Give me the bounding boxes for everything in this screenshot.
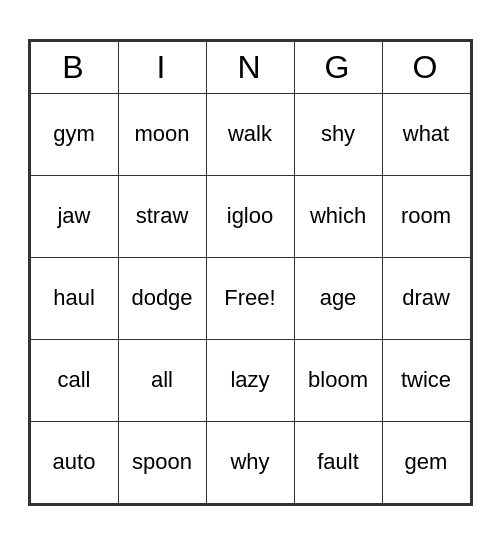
header-g: G [294, 41, 382, 93]
table-cell: shy [294, 93, 382, 175]
table-row: callalllazybloomtwice [30, 339, 470, 421]
table-cell: dodge [118, 257, 206, 339]
table-cell: why [206, 421, 294, 503]
bingo-table: B I N G O gymmoonwalkshywhatjawstrawiglo… [30, 41, 471, 504]
table-row: hauldodgeFree!agedraw [30, 257, 470, 339]
table-cell: fault [294, 421, 382, 503]
header-b: B [30, 41, 118, 93]
table-cell: twice [382, 339, 470, 421]
table-cell: bloom [294, 339, 382, 421]
table-cell: lazy [206, 339, 294, 421]
table-cell: spoon [118, 421, 206, 503]
table-row: autospoonwhyfaultgem [30, 421, 470, 503]
table-cell: straw [118, 175, 206, 257]
table-cell: call [30, 339, 118, 421]
table-cell: moon [118, 93, 206, 175]
table-cell: gym [30, 93, 118, 175]
table-cell: jaw [30, 175, 118, 257]
table-cell: auto [30, 421, 118, 503]
table-cell: which [294, 175, 382, 257]
bingo-card: B I N G O gymmoonwalkshywhatjawstrawiglo… [28, 39, 473, 506]
header-n: N [206, 41, 294, 93]
table-cell: Free! [206, 257, 294, 339]
table-cell: haul [30, 257, 118, 339]
table-cell: age [294, 257, 382, 339]
table-cell: igloo [206, 175, 294, 257]
table-cell: all [118, 339, 206, 421]
bingo-body: gymmoonwalkshywhatjawstrawigloowhichroom… [30, 93, 470, 503]
header-i: I [118, 41, 206, 93]
table-cell: draw [382, 257, 470, 339]
table-cell: gem [382, 421, 470, 503]
table-cell: room [382, 175, 470, 257]
table-cell: walk [206, 93, 294, 175]
table-row: gymmoonwalkshywhat [30, 93, 470, 175]
header-row: B I N G O [30, 41, 470, 93]
table-row: jawstrawigloowhichroom [30, 175, 470, 257]
header-o: O [382, 41, 470, 93]
table-cell: what [382, 93, 470, 175]
